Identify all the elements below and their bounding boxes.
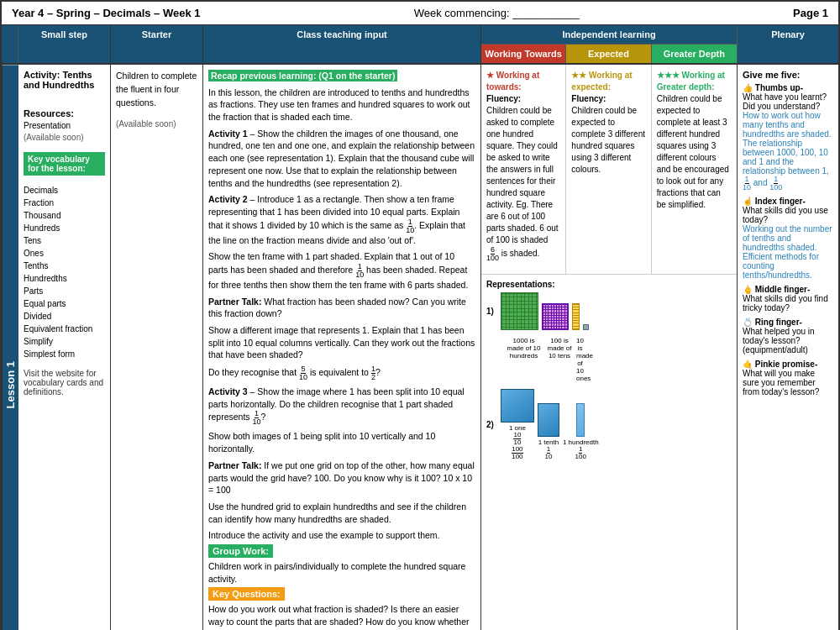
expected-fluency: Fluency: <box>571 93 645 105</box>
starter-available: (Available soon) <box>116 119 197 129</box>
week-commencing: Week commencing: ___________ <box>414 7 580 19</box>
independent-cell: ★ Working at towards: Fluency: Children … <box>481 65 738 630</box>
teaching-activity1: Activity 1 – Show the children the image… <box>208 128 475 189</box>
rep1-num: 1) <box>486 307 494 316</box>
indep-sub-headers: Working Towards Expected Greater Depth <box>481 45 737 63</box>
key-questions-label: Key Questions: <box>208 587 285 601</box>
tenth-cube: 1 tenth 110 <box>538 403 559 460</box>
ring-label: 💍 Ring finger- <box>743 318 833 327</box>
vocab-list: Decimals Fraction Thousand Hundreds Tens… <box>24 184 105 360</box>
cube-100 <box>542 303 569 330</box>
tenth-shape <box>538 403 559 437</box>
vocab-decimals: Decimals <box>24 184 105 197</box>
representations-section: Representations: 1) <box>481 275 737 469</box>
vocab-tens: Tens <box>24 234 105 247</box>
activity3-label: Activity 3 <box>208 386 248 396</box>
index-blue: Working out the number of tenths and hun… <box>743 224 833 280</box>
sq-1 <box>583 324 589 330</box>
col-header-independent: Independent learning <box>481 25 737 45</box>
starter-cell: Children to complete the fluent in four … <box>111 65 203 630</box>
group-work-text: Children work in pairs/individually to c… <box>208 560 475 585</box>
one-cube: 1 one 1010 100100 <box>501 389 534 460</box>
greater-stars: ★★★ Working at Greater depth: <box>657 70 732 93</box>
rep-label: Representations: <box>486 280 732 289</box>
vocab-parts: Parts <box>24 285 105 297</box>
hundredth-fraction: 1100 <box>575 446 586 460</box>
col-header-teaching: Class teaching input <box>203 25 481 63</box>
key-vocab-box: Key vocabulary for the lesson: <box>24 152 105 176</box>
plenary-cell: Give me five: 👍 Thumbs up- What have you… <box>738 65 838 630</box>
teaching-partner1: Partner Talk: What fraction has been sha… <box>208 296 475 320</box>
vocab-ones: Ones <box>24 247 105 260</box>
index-text: What skills did you use today? <box>743 206 833 224</box>
label-10: 10 is made of 10 ones <box>576 337 584 382</box>
hundredth-shape <box>576 403 585 437</box>
thumbs-blue: How to work out how many tenths and hund… <box>743 111 833 192</box>
tenth-fraction: 110 <box>544 446 552 460</box>
index-label: ☝ Index finger- <box>743 197 833 206</box>
vocab-equiv: Equivalent fraction <box>24 323 105 335</box>
vocab-tenths: Tenths <box>24 260 105 272</box>
small-step-cell: Activity: Tenths and Hundredths Resource… <box>18 65 111 630</box>
cube-10 <box>572 303 580 330</box>
plenary-middle: 🖕 Middle finger- What skills did you fin… <box>743 285 833 312</box>
one-fraction2: 100100 <box>512 446 522 460</box>
expected-text: Children could be expected to complete 3… <box>571 105 645 176</box>
working-fluency: Fluency: <box>486 93 560 105</box>
page-header: Year 4 – Spring – Decimals – Week 1 Week… <box>2 2 838 25</box>
greater-text: Children could be expected to complete a… <box>657 93 732 211</box>
page-number: Page 1 <box>793 7 828 19</box>
teaching-cell: Recap previous learning: (Q1 on the star… <box>203 65 481 630</box>
page-wrapper: Year 4 – Spring – Decimals – Week 1 Week… <box>0 0 840 630</box>
recap-label: Recap previous learning: (Q1 on the star… <box>208 70 397 81</box>
plenary-pinkie: 🤙 Pinkie promise- What will you make sur… <box>743 360 833 396</box>
starter-text: Children to complete the fluent in four … <box>116 70 197 109</box>
plenary-ring: 💍 Ring finger- What helped you in today'… <box>743 318 833 354</box>
thumbs-text: What have you learnt? Did you understand… <box>743 92 833 111</box>
group-work-label: Group Work: <box>208 544 273 558</box>
give-five-title: Give me five: <box>743 70 833 80</box>
teaching-recap-box: Recap previous learning: (Q1 on the star… <box>208 70 475 82</box>
working-stars: ★ Working at towards: <box>486 70 560 93</box>
activity1-label: Activity 1 <box>208 129 248 139</box>
sub-header-working: Working Towards <box>481 45 566 63</box>
activity2-label: Activity 2 <box>208 194 248 204</box>
label-100: 100 is made of 10 tens <box>546 337 573 360</box>
vocab-hundreds: Hundreds <box>24 222 105 234</box>
label-1000: 1000 is made of 10 hundreds <box>505 337 543 360</box>
col-header-small-step: Small step <box>18 25 111 63</box>
plenary-thumbs: 👍 Thumbs up- What have you learnt? Did y… <box>743 83 833 192</box>
teaching-activity2d: Do they recognise that 510 is equivalent… <box>208 365 475 381</box>
strip-10 <box>572 303 580 330</box>
one-cube-shape <box>501 389 534 423</box>
available-text: (Available soon) <box>24 133 105 142</box>
working-text: Children could be asked to complete one … <box>486 105 560 262</box>
teaching-activity3: Activity 3 – Show the image where 1 has … <box>208 386 475 426</box>
sub-header-expected: Expected <box>566 45 651 63</box>
teaching-activity3b: Show both images of 1 being split into 1… <box>208 430 475 454</box>
teaching-activity3d: Introduce the activity and use the examp… <box>208 529 475 542</box>
ring-text: What helped you in today's lesson? (equi… <box>743 327 833 354</box>
activity-title: Activity: Tenths and Hundredths <box>24 70 105 90</box>
plenary-index: ☝ Index finger- What skills did you use … <box>743 197 833 280</box>
sub-header-greater: Greater Depth <box>652 45 737 63</box>
grid-1000 <box>501 292 538 330</box>
vocab-hundredths: Hundredths <box>24 272 105 285</box>
rep1-cubes <box>501 292 589 330</box>
page-title: Year 4 – Spring – Decimals – Week 1 <box>12 7 201 19</box>
cube-1000 <box>501 292 538 330</box>
rep2-row: 2) 1 one 1010 100100 <box>486 389 732 460</box>
vocab-equal-parts: Equal parts <box>24 297 105 310</box>
vocab-simplest: Simplest form <box>24 348 105 360</box>
teaching-activity2b: Show the ten frame with 1 part shaded. E… <box>208 250 475 291</box>
pinkie-label: 🤙 Pinkie promise- <box>743 360 833 369</box>
expected-stars: ★★ Working at expected: <box>571 70 645 93</box>
vocab-simplify: Simplify <box>24 335 105 348</box>
partner-talk2-label: Partner Talk: <box>208 460 261 470</box>
grid-100 <box>542 303 569 330</box>
pinkie-text: What will you make sure you remember fro… <box>743 369 833 396</box>
middle-label: 🖕 Middle finger- <box>743 285 833 294</box>
teaching-activity2c: Show a different image that represents 1… <box>208 324 475 361</box>
col-header-plenary: Plenary <box>738 25 838 63</box>
vocab-fraction: Fraction <box>24 197 105 209</box>
